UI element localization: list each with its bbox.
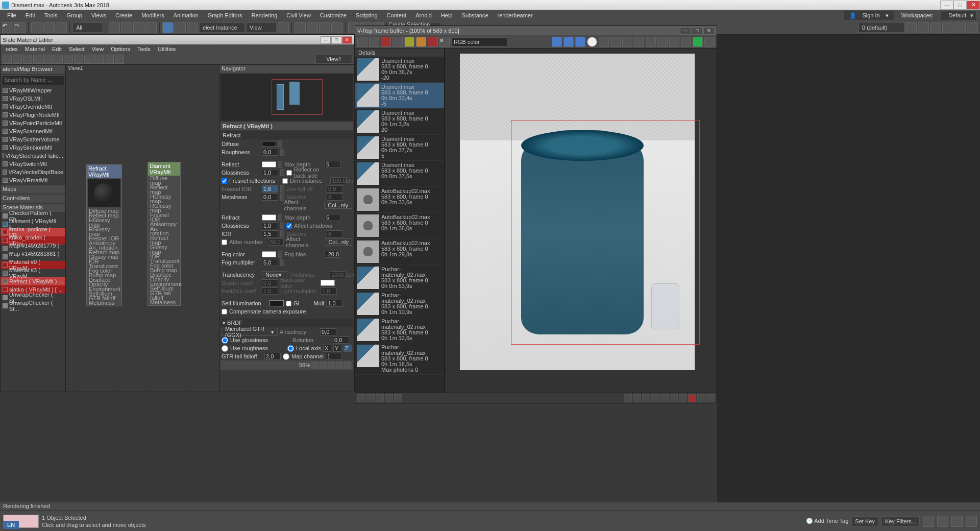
vfb-maximize[interactable]: □ <box>692 27 703 35</box>
affect-shadows-check[interactable] <box>286 223 292 229</box>
mmb-search[interactable]: Search by Name ... <box>2 75 64 85</box>
close-button[interactable]: ✕ <box>967 1 980 10</box>
nav-tool-4[interactable] <box>966 516 977 527</box>
link-button[interactable] <box>31 22 42 33</box>
vfb-stat-3[interactable] <box>376 394 384 402</box>
vfb-stat-10[interactable] <box>660 394 669 402</box>
material-item[interactable]: VRayStochasticFlake... <box>1 152 65 160</box>
selfillum-swatch[interactable] <box>270 300 284 306</box>
vfb-alpha-button[interactable] <box>416 37 426 47</box>
history-item[interactable]: Diament.max583 x 800, frame 00h 0m 33,4s… <box>355 83 444 109</box>
sme-menu-tools[interactable]: Tools <box>134 45 154 53</box>
vfb-b-button[interactable] <box>575 37 585 47</box>
vfb-stat-11[interactable] <box>670 394 678 402</box>
material-item[interactable]: VRayPluginNodeMtl <box>1 111 65 119</box>
set-key-button[interactable]: Set Key <box>851 516 878 526</box>
sme-tool-11[interactable] <box>105 55 114 64</box>
percent-snap-button[interactable] <box>319 22 330 33</box>
affect-channels-dd[interactable]: Col...nly <box>324 202 352 209</box>
sme-menu-edit[interactable]: Edit <box>49 45 65 53</box>
named-selection[interactable]: 0 (default) <box>859 22 904 33</box>
vfb-stat-12[interactable] <box>679 394 687 402</box>
vfb-clear-button[interactable] <box>381 37 391 47</box>
menu-renderbeamer[interactable]: renderbeamer <box>494 11 537 19</box>
material-item[interactable]: VRayOSLMtl <box>1 94 65 103</box>
zoom-tool-5[interactable] <box>344 361 351 369</box>
sme-menu-options[interactable]: Options <box>108 45 133 53</box>
vfb-stat-stop[interactable] <box>688 394 696 402</box>
vfb-mono-button[interactable] <box>428 37 438 47</box>
dimdist-check[interactable] <box>282 178 288 184</box>
vfb-load-button[interactable] <box>369 37 379 47</box>
unlink-button[interactable] <box>43 22 55 33</box>
sme-menu-view[interactable]: View <box>89 45 107 53</box>
sme-view-tab[interactable]: View1 <box>315 55 352 64</box>
rotate-button[interactable] <box>175 22 186 33</box>
material-item[interactable]: VRayScatterVolume <box>1 135 65 143</box>
fogmult-spinner[interactable]: 5,0 <box>262 259 278 266</box>
node-diament[interactable]: Diament VRayMtl Diffuse mapReflect mapHG… <box>148 162 181 306</box>
vfb-tool-1[interactable] <box>599 37 609 47</box>
sme-maximize[interactable]: □ <box>331 36 341 44</box>
vfb-stat-1[interactable] <box>357 394 365 402</box>
vfb-stat-7[interactable] <box>633 394 641 402</box>
menu-group[interactable]: Group <box>62 11 86 19</box>
material-item[interactable]: VRayScannedMtl <box>1 127 65 135</box>
scene-material-item[interactable]: Material #3 ( VRayM... <box>1 269 65 277</box>
menu-customize[interactable]: Customize <box>316 11 351 19</box>
main-viewport[interactable] <box>717 35 980 511</box>
history-item[interactable]: Puchar-materialy_02.max583 x 800, frame … <box>355 317 444 343</box>
vfb-a-button[interactable] <box>587 37 597 47</box>
material-item[interactable]: VRaySimbiontMtl <box>1 143 65 152</box>
zoom-tool-3[interactable] <box>328 361 335 369</box>
menu-views[interactable]: Views <box>87 11 110 19</box>
material-item[interactable]: VRaySwitchMtl <box>1 160 65 168</box>
history-item[interactable]: Puchar-materialy_02.max583 x 800, frame … <box>355 291 444 317</box>
vfb-stat-9[interactable] <box>651 394 659 402</box>
nav-tool-3[interactable] <box>951 516 963 527</box>
node-refract[interactable]: Refract VRayMtl Diffuse mapReflect mapHG… <box>86 164 122 306</box>
menu-file[interactable]: File <box>3 11 20 19</box>
vfb-stat-4[interactable] <box>385 394 393 402</box>
key-filters-button[interactable]: Key Filters... <box>881 516 920 526</box>
menu-civilview[interactable]: Civil View <box>282 11 314 19</box>
snap-button[interactable] <box>295 22 306 33</box>
menu-help[interactable]: Help <box>437 11 457 19</box>
history-item[interactable]: Diament.max583 x 800, frame 00h 1m 3,2s2… <box>355 109 444 135</box>
material-item[interactable]: VRayOverrideMtl <box>1 103 65 111</box>
sme-tool-5[interactable] <box>43 55 53 64</box>
history-item[interactable]: Diament.max583 x 800, frame 00h 0m 36,7s… <box>355 57 444 83</box>
use-glossiness-radio[interactable] <box>222 337 228 344</box>
section-header[interactable]: Maps <box>1 185 65 194</box>
scene-material-item[interactable]: UnwrapChecker ( St... <box>1 302 65 310</box>
vfb-rgb-button[interactable] <box>404 37 414 47</box>
signin-dropdown[interactable]: 👤 Sign In ▾ <box>844 11 894 20</box>
gi-check[interactable] <box>286 301 291 306</box>
reference-coord[interactable]: elect Instance <box>199 22 245 33</box>
bind-button[interactable] <box>56 22 67 33</box>
diffuse-swatch[interactable] <box>262 141 276 147</box>
sme-menu-select[interactable]: Select <box>66 45 88 53</box>
history-item[interactable]: Puchar-materialy_02.max583 x 800, frame … <box>355 265 444 291</box>
vfb-tool-7[interactable] <box>669 37 679 47</box>
vfb-r-button[interactable] <box>552 37 562 47</box>
fogcolor-swatch[interactable] <box>262 251 276 257</box>
redo-button[interactable]: ↷ <box>14 22 26 33</box>
render-view[interactable] <box>445 49 717 393</box>
menu-grapheditors[interactable]: Graph Editors <box>204 11 247 19</box>
select-name-button[interactable] <box>121 22 132 33</box>
compensate-check[interactable] <box>222 309 227 315</box>
vfb-clone-button[interactable] <box>393 37 403 47</box>
abbe-check[interactable] <box>222 239 227 245</box>
material-item[interactable]: VRayPointParticleMtl <box>1 119 65 127</box>
material-editor-button[interactable] <box>942 22 953 33</box>
vfb-save-button[interactable] <box>357 37 368 47</box>
maximize-button[interactable]: □ <box>953 1 967 10</box>
ior-spinner[interactable]: 1,5 <box>262 230 278 237</box>
render-setup-button[interactable] <box>954 22 966 33</box>
vfb-stat-2[interactable] <box>366 394 375 402</box>
vfb-stat-6[interactable] <box>624 394 632 402</box>
vfb-tool-5[interactable] <box>646 37 656 47</box>
material-item[interactable]: VRayMtlWrapper <box>1 86 65 94</box>
vfb-channel-dd[interactable]: RGB color <box>451 37 507 46</box>
